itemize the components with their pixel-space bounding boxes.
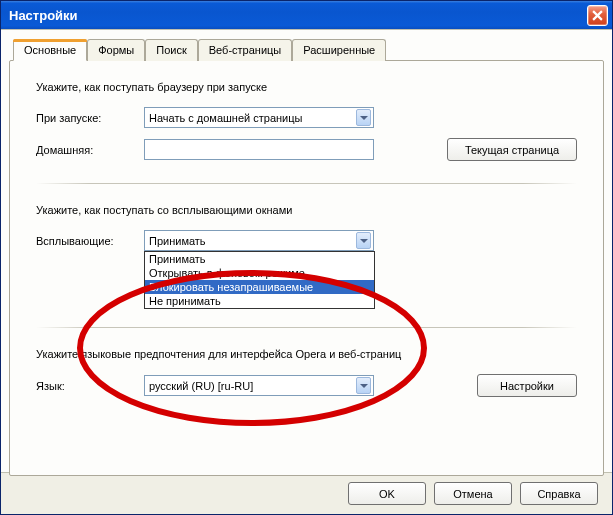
dialog-footer: OK Отмена Справка — [1, 472, 612, 514]
row-homepage: Домашняя: Текущая страница — [36, 138, 577, 161]
combo-popups[interactable]: Принимать Принимать Открывать в фоновом … — [144, 230, 374, 251]
option-accept[interactable]: Принимать — [145, 252, 374, 266]
section-lang-heading: Укажите языковые предпочтения для интерф… — [36, 348, 577, 360]
client-area: Основные Формы Поиск Веб-страницы Расшир… — [1, 29, 612, 514]
tab-panel-main: Укажите, как поступать браузеру при запу… — [9, 60, 604, 476]
combo-language[interactable]: русский (RU) [ru-RU] — [144, 375, 374, 396]
label-language: Язык: — [36, 380, 144, 392]
settings-window: Настройки Основные Формы Поиск Веб-стран… — [0, 0, 613, 515]
btn-current-page[interactable]: Текущая страница — [447, 138, 577, 161]
close-button[interactable] — [587, 5, 608, 26]
tab-forms[interactable]: Формы — [87, 39, 145, 61]
row-language: Язык: русский (RU) [ru-RU] Настройки — [36, 374, 577, 397]
input-homepage[interactable] — [144, 139, 374, 160]
option-block-unrequested[interactable]: Блокировать незапрашиваемые — [145, 280, 374, 294]
row-startup: При запуске: Начать с домашней страницы — [36, 107, 577, 128]
section-startup-heading: Укажите, как поступать браузеру при запу… — [36, 81, 577, 93]
btn-ok[interactable]: OK — [348, 482, 426, 505]
option-open-bg[interactable]: Открывать в фоновом режиме — [145, 266, 374, 280]
tab-webpages[interactable]: Веб-страницы — [198, 39, 293, 61]
tabstrip: Основные Формы Поиск Веб-страницы Расшир… — [13, 38, 604, 60]
option-reject[interactable]: Не принимать — [145, 294, 374, 308]
titlebar: Настройки — [1, 1, 612, 29]
close-icon — [592, 10, 603, 21]
window-title: Настройки — [9, 8, 587, 23]
label-startup: При запуске: — [36, 112, 144, 124]
tab-main[interactable]: Основные — [13, 39, 87, 61]
label-popups: Всплывающие: — [36, 235, 144, 247]
btn-lang-settings[interactable]: Настройки — [477, 374, 577, 397]
chevron-down-icon — [356, 109, 371, 126]
chevron-down-icon — [356, 377, 371, 394]
combo-startup[interactable]: Начать с домашней страницы — [144, 107, 374, 128]
tab-search[interactable]: Поиск — [145, 39, 197, 61]
tab-advanced[interactable]: Расширенные — [292, 39, 386, 61]
divider — [36, 327, 577, 328]
combo-popups-value: Принимать — [149, 235, 206, 247]
combo-language-value: русский (RU) [ru-RU] — [149, 380, 253, 392]
label-homepage: Домашняя: — [36, 144, 144, 156]
btn-cancel[interactable]: Отмена — [434, 482, 512, 505]
btn-help[interactable]: Справка — [520, 482, 598, 505]
row-popups: Всплывающие: Принимать Принимать Открыва… — [36, 230, 577, 251]
section-popups-heading: Укажите, как поступать со всплывающими о… — [36, 204, 577, 216]
combo-popups-dropdown: Принимать Открывать в фоновом режиме Бло… — [144, 251, 375, 309]
chevron-down-icon — [356, 232, 371, 249]
divider — [36, 183, 577, 184]
combo-startup-value: Начать с домашней страницы — [149, 112, 302, 124]
